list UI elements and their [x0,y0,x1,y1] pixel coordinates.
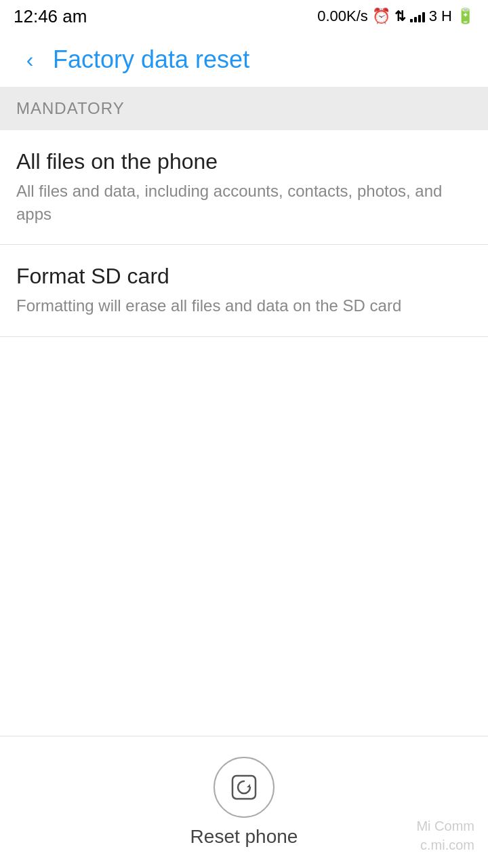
all-files-item[interactable]: All files on the phone All files and dat… [0,130,488,245]
format-sd-title: Format SD card [16,264,472,289]
back-button[interactable]: ‹ [14,43,46,76]
format-sd-item[interactable]: Format SD card Formatting will erase all… [0,245,488,337]
reset-phone-button[interactable]: Reset phone [190,757,298,848]
watermark-line2: c.mi.com [416,835,474,854]
mandatory-section-header: MANDATORY [0,87,488,130]
reset-phone-label: Reset phone [190,826,298,848]
watermark-line1: Mi Comm [416,816,474,835]
reset-icon [228,772,260,803]
status-time: 12:46 am [14,6,87,27]
section-header-label: MANDATORY [16,99,125,117]
toolbar: ‹ Factory data reset [0,33,488,87]
data-transfer-icon: ⇅ [394,8,406,24]
all-files-title: All files on the phone [16,149,472,174]
battery-icon: 🔋 [456,7,474,25]
watermark: Mi Comm c.mi.com [416,816,474,854]
sim-number: 3 [429,7,437,25]
format-sd-subtitle: Formatting will erase all files and data… [16,294,472,317]
page-title: Factory data reset [53,45,249,74]
battery-label: H [441,7,452,25]
bottom-bar: Reset phone Mi Comm c.mi.com [0,736,488,868]
alarm-icon: ⏰ [372,7,390,25]
svg-marker-1 [247,784,250,787]
signal-icon [410,10,425,22]
status-icons: 0.00K/s ⏰ ⇅ 3 H 🔋 [317,7,474,25]
status-bar: 12:46 am 0.00K/s ⏰ ⇅ 3 H 🔋 [0,0,488,33]
svg-rect-0 [232,776,256,799]
network-speed: 0.00K/s [317,7,368,25]
reset-phone-icon-circle [214,757,274,818]
all-files-subtitle: All files and data, including accounts, … [16,180,472,225]
back-arrow-icon: ‹ [26,49,34,71]
